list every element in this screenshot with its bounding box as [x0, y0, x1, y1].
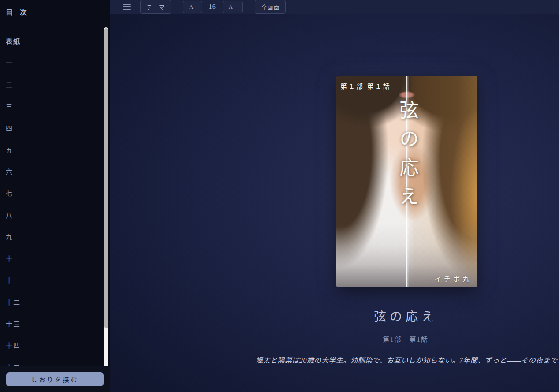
toc-item-7[interactable]: 七 [0, 182, 103, 204]
toc-list: 表紙 一 二 三 四 五 六 七 八 九 十 十一 十二 十三 十四 十五 [0, 26, 103, 366]
book-subtitle: 第1部 第1話 [256, 334, 555, 343]
toc-item-8[interactable]: 八 [0, 204, 103, 225]
toc-item-15[interactable]: 十五 [0, 356, 103, 366]
toc-item-3[interactable]: 三 [0, 95, 103, 117]
toc-item-4[interactable]: 四 [0, 117, 103, 138]
cover-author-name: イチボ丸 [435, 274, 472, 283]
reader-content: 第１部 第１話 弦の応え イチボ丸 弦の応え 第1部 第1話 颯太と陽菜は20歳… [110, 14, 559, 392]
toc-sidebar: 目次 表紙 一 二 三 四 五 六 七 八 九 十 十一 十二 十三 十四 十五… [0, 0, 110, 392]
toc-item-5[interactable]: 五 [0, 138, 103, 160]
theme-button[interactable]: テーマ [140, 0, 171, 14]
sidebar-footer: しおりを挟む [0, 366, 110, 392]
toc-scrollbar-track[interactable] [104, 27, 108, 366]
toc-item-cover[interactable]: 表紙 [0, 30, 103, 52]
toc-item-1[interactable]: 一 [0, 52, 103, 73]
bookmark-button[interactable]: しおりを挟む [6, 372, 104, 386]
toc-item-10[interactable]: 十 [0, 247, 103, 269]
book-cover: 第１部 第１話 弦の応え イチボ丸 [336, 76, 477, 287]
font-decrease-button[interactable]: A- [183, 1, 202, 13]
toc-item-13[interactable]: 十三 [0, 313, 103, 334]
toolbar-divider [249, 0, 249, 14]
toc-title: 目次 [6, 7, 34, 17]
fullscreen-button[interactable]: 全画面 [255, 0, 286, 14]
ebook-reader-page: 目次 表紙 一 二 三 四 五 六 七 八 九 十 十一 十二 十三 十四 十五… [0, 0, 559, 392]
toc-header: 目次 [0, 0, 110, 25]
book-description: 颯太と陽菜は20歳の大学生。幼馴染で、お互いしか知らない。7年間、ずっと――その… [256, 355, 555, 365]
font-increase-button[interactable]: A+ [223, 1, 243, 13]
toc-item-2[interactable]: 二 [0, 74, 103, 95]
reader-main: テーマ A- 16 A+ 全画面 第１部 第１話 弦の応え イチボ丸 弦の応え … [110, 0, 559, 392]
toc-item-12[interactable]: 十二 [0, 291, 103, 313]
font-size-value: 16 [209, 4, 216, 11]
reader-toolbar: テーマ A- 16 A+ 全画面 [110, 0, 559, 14]
toc-item-6[interactable]: 六 [0, 161, 103, 182]
cover-part-episode-label: 第１部 第１話 [340, 81, 391, 90]
menu-icon[interactable] [123, 4, 131, 10]
book-title: 弦の応え [256, 307, 555, 325]
toc-item-14[interactable]: 十四 [0, 334, 103, 356]
toolbar-divider [177, 0, 177, 14]
toc-item-9[interactable]: 九 [0, 226, 103, 247]
toc-scrollbar-thumb[interactable] [104, 28, 108, 328]
toc-item-11[interactable]: 十一 [0, 269, 103, 291]
cover-vertical-title: 弦の応え [393, 100, 421, 215]
